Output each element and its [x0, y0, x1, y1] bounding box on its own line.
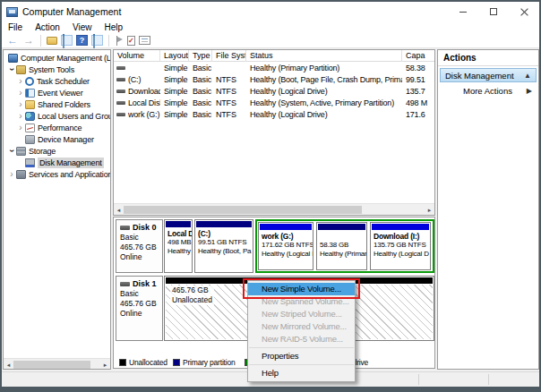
- sidebar-item-label: Performance: [38, 124, 82, 132]
- column-volume[interactable]: Volume: [114, 50, 160, 62]
- menu-help[interactable]: Help: [98, 22, 129, 32]
- disk1-label[interactable]: Disk 1 Basic 465.76 GB Online: [116, 276, 163, 341]
- volume-row[interactable]: (C:) Simple Basic NTFS Healthy (Boot, Pa…: [114, 73, 434, 85]
- console-window-icon[interactable]: [61, 35, 73, 46]
- maximize-button[interactable]: [478, 2, 509, 21]
- volume-row[interactable]: Local Disk (F:) Simple Basic NTFS Health…: [114, 97, 434, 108]
- volume-fs: NTFS: [212, 98, 246, 107]
- toolbar: ← → ?: [2, 33, 539, 48]
- volume-type: Basic: [189, 75, 212, 84]
- minimize-button[interactable]: [448, 2, 478, 21]
- sidebar-item-shared-folders[interactable]: › Shared Folders: [4, 98, 110, 110]
- menu-item-help[interactable]: Help: [248, 367, 355, 379]
- volume-fs: NTFS: [212, 87, 246, 96]
- disk-size: 465.76 GB: [120, 299, 162, 309]
- scroll-right-icon[interactable]: ▸: [100, 359, 110, 371]
- chevron-right-icon[interactable]: ›: [16, 111, 25, 121]
- scroll-right-icon[interactable]: ▸: [425, 204, 434, 216]
- disk-management-icon: [25, 158, 35, 167]
- volume-row[interactable]: Download (I:) Simple Basic NTFS Healthy …: [114, 85, 434, 97]
- services-applications-icon: [16, 170, 26, 179]
- menu-item-new-raid5-volume: New RAID-5 Volume...: [248, 333, 355, 345]
- action-flag-icon[interactable]: [115, 36, 124, 46]
- partition-local-disk-f[interactable]: Local D 498 MB Healthy: [164, 219, 193, 273]
- chevron-right-icon[interactable]: ›: [16, 88, 25, 98]
- forward-icon[interactable]: →: [23, 35, 34, 46]
- sidebar-item-local-users-and-groups[interactable]: › Local Users and Groups: [4, 110, 110, 122]
- collapse-icon[interactable]: ▲: [524, 72, 531, 80]
- menu-file[interactable]: File: [2, 22, 29, 32]
- volume-type: Basic: [189, 110, 212, 119]
- unallocated-label: Unallocated: [172, 295, 212, 305]
- toolbar-separator: [40, 35, 41, 47]
- menu-view[interactable]: View: [66, 22, 99, 32]
- volume-status: Healthy (Primary Partition): [246, 64, 402, 72]
- volume-layout: Simple: [160, 64, 189, 72]
- chevron-down-icon[interactable]: ›: [7, 65, 17, 74]
- partition-c[interactable]: (C:) 99.51 GB NTFS Healthy (Boot, Pa: [194, 219, 253, 273]
- chevron-right-icon[interactable]: ›: [16, 76, 25, 86]
- volume-list-horizontal-scrollbar[interactable]: ◂ ▸: [114, 203, 434, 215]
- show-window-icon[interactable]: [91, 35, 103, 46]
- column-layout[interactable]: Layout: [160, 50, 189, 62]
- volume-type: Basic: [189, 87, 212, 96]
- title-bar: Computer Management: [2, 2, 539, 21]
- sidebar-item-computer-management[interactable]: Computer Management (Local: [4, 52, 110, 64]
- partition-name: Local D: [165, 228, 192, 238]
- scroll-left-icon[interactable]: ◂: [4, 359, 13, 371]
- actions-disk-management[interactable]: Disk Management ▲: [440, 68, 537, 82]
- legend-unallocated: Unallocated: [119, 358, 167, 367]
- partition-58gb[interactable]: 58.38 GB Healthy (Primar: [316, 222, 367, 270]
- close-button[interactable]: [509, 2, 539, 21]
- menu-item-new-mirrored-volume: New Mirrored Volume...: [248, 320, 355, 333]
- primary-partition-color-bar: [166, 221, 191, 227]
- column-file-system[interactable]: File System: [212, 50, 246, 62]
- toolbar-separator: [108, 35, 109, 47]
- chevron-down-icon[interactable]: ›: [7, 147, 17, 156]
- sidebar-item-device-manager[interactable]: › Device Manager: [4, 133, 110, 145]
- sidebar-item-label: Disk Management: [38, 158, 104, 168]
- volume-layout: Simple: [160, 110, 189, 119]
- back-icon[interactable]: ←: [7, 35, 18, 46]
- sidebar-item-label: Device Manager: [38, 135, 94, 144]
- scrollbar-thumb[interactable]: [13, 361, 90, 369]
- sidebar-item-system-tools[interactable]: › System Tools: [4, 64, 110, 75]
- partition-download-i[interactable]: Download (I:) 135.75 GB NTFS Healthy (Lo…: [370, 222, 431, 270]
- volume-row[interactable]: Simple Basic Healthy (Primary Partition)…: [114, 62, 434, 73]
- tree-horizontal-scrollbar[interactable]: ◂ ▸: [4, 358, 110, 370]
- check-document-icon[interactable]: [127, 36, 135, 46]
- scroll-left-icon[interactable]: ◂: [114, 204, 124, 216]
- sidebar-item-services-and-applications[interactable]: › Services and Applications: [4, 168, 110, 180]
- partition-work-g[interactable]: work (G:) 171.62 GB NTFS Healthy (Logica…: [258, 222, 313, 270]
- disk-icon: [120, 226, 130, 230]
- partition-size: 135.75 GB NTFS: [371, 241, 430, 250]
- sidebar-item-task-scheduler[interactable]: › Task Scheduler: [4, 75, 110, 87]
- actions-more-actions[interactable]: More Actions ▶: [438, 84, 538, 98]
- disk-name: Disk 0: [133, 223, 157, 233]
- sidebar-item-performance[interactable]: › Performance: [4, 122, 110, 133]
- export-folder-icon[interactable]: [47, 37, 57, 45]
- scrollbar-thumb[interactable]: [124, 206, 362, 214]
- menu-action[interactable]: Action: [29, 22, 66, 32]
- column-capacity[interactable]: Capa: [402, 50, 435, 62]
- disk0-label[interactable]: Disk 0 Basic 465.76 GB Online: [116, 219, 163, 273]
- volume-fs: NTFS: [212, 110, 246, 119]
- computer-management-window: Computer Management File Action View Hel…: [0, 0, 541, 392]
- column-status[interactable]: Status: [246, 50, 402, 62]
- volume-icon: [116, 78, 125, 81]
- partition-status: Healthy: [165, 247, 192, 256]
- properties-list-icon[interactable]: [139, 36, 150, 45]
- volume-row[interactable]: work (G:) Simple Basic NTFS Healthy (Log…: [114, 108, 434, 120]
- column-type[interactable]: Type: [189, 50, 212, 62]
- chevron-right-icon[interactable]: ›: [7, 169, 16, 179]
- actions-more-actions-label: More Actions: [463, 86, 512, 96]
- volume-layout: Simple: [160, 75, 189, 84]
- chevron-right-icon[interactable]: ›: [16, 123, 25, 132]
- menu-item-properties[interactable]: Properties: [248, 350, 355, 362]
- chevron-right-icon[interactable]: ›: [16, 99, 25, 109]
- sidebar-item-event-viewer[interactable]: › Event Viewer: [4, 87, 110, 98]
- sidebar-item-storage[interactable]: › Storage: [4, 145, 110, 157]
- partition-status: Healthy (Logical D: [371, 250, 430, 259]
- sidebar-item-disk-management[interactable]: › Disk Management: [4, 157, 110, 168]
- help-icon[interactable]: ?: [76, 35, 88, 46]
